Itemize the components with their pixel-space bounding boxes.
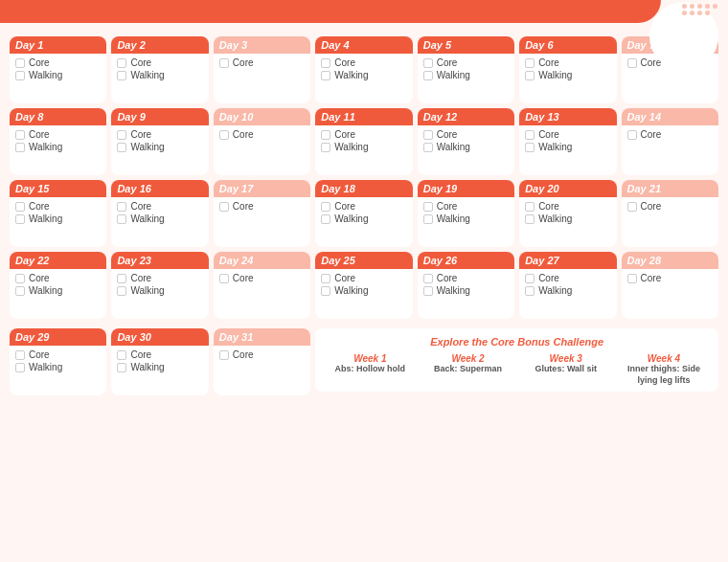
checkbox[interactable]: [117, 274, 126, 283]
check-item[interactable]: Core: [117, 349, 202, 360]
check-item[interactable]: Walking: [15, 142, 101, 152]
check-item[interactable]: Core: [423, 201, 509, 212]
check-item[interactable]: Walking: [423, 70, 509, 80]
check-item[interactable]: Core: [117, 57, 202, 68]
checkbox[interactable]: [525, 58, 535, 68]
check-item[interactable]: Core: [15, 129, 101, 140]
check-item[interactable]: Walking: [321, 142, 406, 152]
check-item[interactable]: Core: [423, 129, 509, 140]
check-item[interactable]: Core: [117, 201, 202, 212]
checkbox[interactable]: [525, 286, 535, 296]
checkbox[interactable]: [627, 58, 637, 68]
checkbox[interactable]: [15, 274, 25, 283]
checkbox[interactable]: [525, 71, 535, 80]
checkbox[interactable]: [15, 71, 25, 80]
checkbox[interactable]: [15, 58, 25, 68]
checkbox[interactable]: [423, 274, 433, 283]
checkbox[interactable]: [321, 71, 330, 80]
checkbox[interactable]: [219, 130, 229, 140]
check-item[interactable]: Core: [219, 273, 305, 283]
checkbox[interactable]: [117, 71, 126, 80]
check-item[interactable]: Core: [15, 349, 101, 360]
checkbox[interactable]: [117, 58, 126, 68]
checkbox[interactable]: [525, 130, 535, 140]
check-item[interactable]: Walking: [423, 214, 509, 224]
check-item[interactable]: Core: [321, 129, 406, 140]
checkbox[interactable]: [117, 202, 126, 212]
checkbox[interactable]: [117, 143, 126, 152]
checkbox[interactable]: [321, 274, 330, 283]
checkbox[interactable]: [117, 130, 126, 140]
checkbox[interactable]: [219, 274, 229, 283]
check-item[interactable]: Walking: [117, 142, 202, 152]
check-item[interactable]: Walking: [15, 214, 101, 224]
checkbox[interactable]: [15, 363, 25, 372]
check-item[interactable]: Walking: [525, 214, 610, 224]
checkbox[interactable]: [423, 130, 433, 140]
checkbox[interactable]: [627, 274, 637, 283]
checkbox[interactable]: [15, 350, 25, 360]
checkbox[interactable]: [423, 58, 433, 68]
checkbox[interactable]: [15, 130, 25, 140]
check-item[interactable]: Core: [627, 273, 713, 283]
check-item[interactable]: Walking: [525, 142, 610, 152]
check-item[interactable]: Walking: [117, 285, 202, 296]
checkbox[interactable]: [321, 130, 330, 140]
checkbox[interactable]: [423, 202, 433, 212]
checkbox[interactable]: [627, 130, 637, 140]
check-item[interactable]: Core: [423, 57, 509, 68]
check-item[interactable]: Core: [219, 349, 305, 360]
check-item[interactable]: Walking: [321, 214, 406, 224]
check-item[interactable]: Walking: [423, 142, 509, 152]
checkbox[interactable]: [525, 214, 535, 224]
check-item[interactable]: Core: [15, 57, 101, 68]
checkbox[interactable]: [15, 202, 25, 212]
check-item[interactable]: Core: [15, 201, 101, 212]
check-item[interactable]: Walking: [117, 214, 202, 224]
check-item[interactable]: Core: [15, 273, 101, 283]
check-item[interactable]: Core: [627, 201, 713, 212]
check-item[interactable]: Walking: [321, 285, 406, 296]
checkbox[interactable]: [423, 214, 433, 224]
check-item[interactable]: Core: [219, 129, 305, 140]
check-item[interactable]: Core: [525, 57, 610, 68]
checkbox[interactable]: [423, 71, 433, 80]
checkbox[interactable]: [219, 350, 229, 360]
check-item[interactable]: Walking: [423, 285, 509, 296]
check-item[interactable]: Core: [423, 273, 509, 283]
check-item[interactable]: Core: [117, 129, 202, 140]
check-item[interactable]: Core: [321, 273, 406, 283]
checkbox[interactable]: [321, 58, 330, 68]
check-item[interactable]: Walking: [321, 70, 406, 80]
checkbox[interactable]: [321, 202, 330, 212]
checkbox[interactable]: [15, 286, 25, 296]
check-item[interactable]: Core: [525, 129, 610, 140]
checkbox[interactable]: [423, 143, 433, 152]
check-item[interactable]: Walking: [117, 362, 202, 372]
checkbox[interactable]: [525, 274, 535, 283]
check-item[interactable]: Core: [117, 273, 202, 283]
check-item[interactable]: Core: [525, 273, 610, 283]
checkbox[interactable]: [15, 214, 25, 224]
checkbox[interactable]: [525, 202, 535, 212]
check-item[interactable]: Core: [321, 57, 406, 68]
checkbox[interactable]: [117, 214, 126, 224]
check-item[interactable]: Core: [321, 201, 406, 212]
check-item[interactable]: Core: [219, 201, 305, 212]
checkbox[interactable]: [117, 286, 126, 296]
check-item[interactable]: Walking: [15, 362, 101, 372]
checkbox[interactable]: [423, 286, 433, 296]
checkbox[interactable]: [321, 214, 330, 224]
checkbox[interactable]: [117, 363, 126, 372]
check-item[interactable]: Walking: [15, 70, 101, 80]
checkbox[interactable]: [525, 143, 535, 152]
checkbox[interactable]: [117, 350, 126, 360]
checkbox[interactable]: [15, 143, 25, 152]
checkbox[interactable]: [627, 202, 637, 212]
check-item[interactable]: Walking: [525, 285, 610, 296]
check-item[interactable]: Core: [219, 57, 305, 68]
checkbox[interactable]: [321, 143, 330, 152]
check-item[interactable]: Core: [525, 201, 610, 212]
check-item[interactable]: Walking: [117, 70, 202, 80]
check-item[interactable]: Walking: [15, 285, 101, 296]
